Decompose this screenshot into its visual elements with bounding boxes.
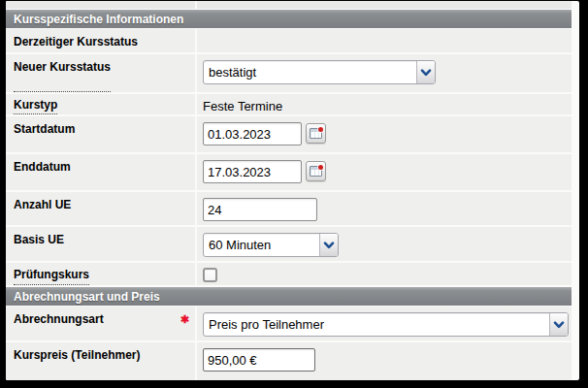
course-price-input[interactable] [203,348,315,372]
field-label-help: Kurstyp [14,98,57,114]
course-type-value: Feste Termine [203,98,282,113]
calendar-icon [310,166,322,177]
row-unit-basis: Basis UE 60 Minuten [6,227,572,263]
field-label-help: Neuer Kursstatus [14,60,111,92]
section-header-billing: Abrechnungsart und Preis [6,287,572,307]
section-title: Kursspezifische Informationen [14,13,183,26]
value-cell-end-date [197,154,572,190]
previous-row-fragment [6,1,572,10]
row-start-date: Startdatum [6,116,572,154]
row-exam-course: Prüfungskurs [6,263,572,287]
row-current-status: Derzeitiger Kursstatus [6,29,572,54]
course-form-table: Kursspezifische Informationen Derzeitige… [6,1,572,380]
value-cell-unit-basis: 60 Minuten [197,227,572,261]
select-selected-value: bestätigt [204,61,416,83]
value-cell-exam-course [197,263,572,285]
label-cell-course-type: Kurstyp [6,94,197,114]
field-label-help: Prüfungskurs [14,268,89,285]
value-cell-current-status [197,29,572,52]
row-end-date: Enddatum [6,154,572,192]
chevron-down-icon[interactable] [549,313,568,336]
field-label: Derzeitiger Kursstatus [14,35,138,52]
billing-type-select[interactable]: Preis pro Teilnehmer [203,312,569,337]
label-cell-end-date: Enddatum [6,154,197,190]
value-cell-start-date [197,116,572,152]
value-cell-billing-type: Preis pro Teilnehmer [197,307,572,340]
row-units-count: Anzahl UE [6,192,572,227]
form-window: Kursspezifische Informationen Derzeitige… [6,1,579,380]
value-cell-units-count [197,192,572,225]
field-label: Basis UE [14,233,64,261]
field-label: Kurspreis (Teilnehmer) [14,348,140,380]
start-date-input[interactable] [203,122,302,146]
row-course-type: Kurstyp Feste Termine [6,94,572,116]
end-date-input[interactable] [203,160,302,183]
label-cell-exam-course: Prüfungskurs [6,263,197,285]
field-label: Anzahl UE [14,198,71,225]
end-date-picker-button[interactable] [306,161,326,181]
select-selected-value: Preis pro Teilnehmer [204,313,549,336]
stub-label-cell [6,1,197,9]
label-cell-unit-basis: Basis UE [6,227,197,261]
value-cell-course-price [197,342,572,380]
row-billing-type: Abrechnungsart ✱ Preis pro Teilnehmer [6,307,572,342]
stub-value-cell [197,1,572,9]
label-cell-new-status: Neuer Kursstatus [6,54,197,92]
field-label: Abrechnungsart [14,312,104,340]
row-new-status: Neuer Kursstatus bestätigt [6,54,572,94]
chevron-down-icon[interactable] [319,234,338,256]
exam-course-checkbox[interactable] [203,268,217,282]
field-label: Startdatum [14,122,75,152]
label-cell-billing-type: Abrechnungsart ✱ [6,307,197,340]
unit-basis-select[interactable]: 60 Minuten [203,233,339,257]
label-cell-units-count: Anzahl UE [6,192,197,225]
calendar-icon [310,128,322,139]
section-header-course-info: Kursspezifische Informationen [6,10,572,29]
value-cell-course-type: Feste Termine [197,94,572,114]
label-cell-current-status: Derzeitiger Kursstatus [6,29,197,52]
select-selected-value: 60 Minuten [204,234,319,256]
units-count-input[interactable] [203,198,317,221]
start-date-picker-button[interactable] [306,123,326,144]
row-course-price: Kurspreis (Teilnehmer) [6,342,572,380]
new-status-select[interactable]: bestätigt [203,60,436,84]
field-label: Enddatum [14,160,71,190]
label-cell-course-price: Kurspreis (Teilnehmer) [6,342,197,380]
chevron-down-icon[interactable] [416,61,435,83]
section-title: Abrechnungsart und Preis [14,290,160,304]
required-asterisk-icon: ✱ [180,312,191,340]
value-cell-new-status: bestätigt [197,54,572,92]
label-cell-start-date: Startdatum [6,116,197,152]
